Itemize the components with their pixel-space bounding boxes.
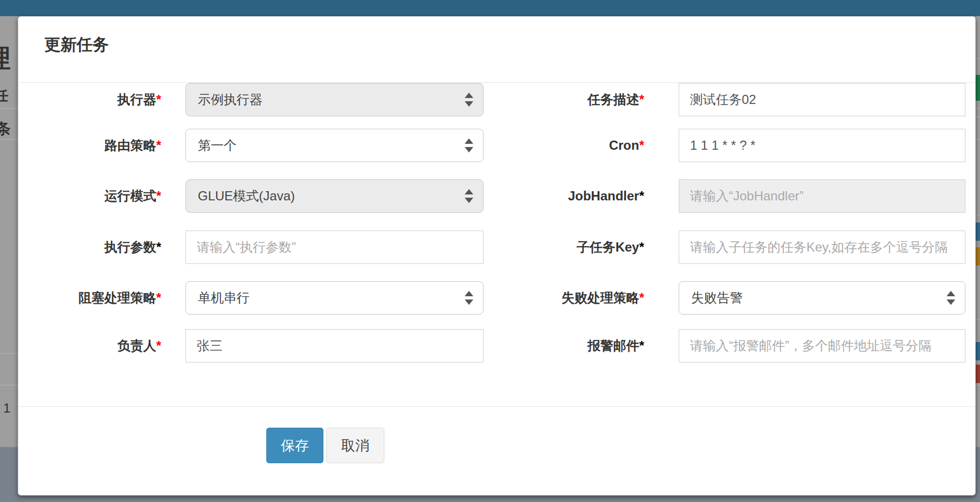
job-desc-input[interactable] xyxy=(679,83,965,116)
select-arrows-icon xyxy=(465,138,473,152)
cron-input[interactable] xyxy=(679,129,965,162)
glue-type-select[interactable]: GLUE模式(Java) xyxy=(185,179,484,213)
route-strategy-select[interactable]: 第一个 xyxy=(185,129,484,162)
block-strategy-select[interactable]: 单机串行 xyxy=(185,281,484,315)
background-text-fragment: 条 xyxy=(0,118,11,139)
fail-strategy-label: 失败处理策略* xyxy=(493,281,644,315)
select-arrows-icon xyxy=(465,291,473,305)
author-input[interactable] xyxy=(185,329,484,362)
author-label: 负责人* xyxy=(18,329,161,362)
cron-label: Cron* xyxy=(493,129,644,162)
job-handler-input[interactable] xyxy=(679,179,965,213)
modal-title: 更新任务 xyxy=(44,34,109,56)
background-text-fragment: 任 xyxy=(0,86,9,105)
select-arrows-icon xyxy=(465,93,473,107)
background-page-number: 1 xyxy=(3,401,10,416)
child-jobkey-input[interactable] xyxy=(679,231,965,264)
select-arrows-icon xyxy=(947,291,955,305)
glue-type-label: 运行模式* xyxy=(18,179,161,213)
executor-param-label: 执行参数* xyxy=(18,231,161,264)
job-desc-label: 任务描述* xyxy=(493,83,644,116)
screen: 理 任 条 1 更新任务 执行器* 示例执行器 任务描述* 路由策略* 第一个 … xyxy=(0,0,980,502)
alarm-email-label: 报警邮件* xyxy=(493,329,644,362)
executor-label: 执行器* xyxy=(18,83,161,116)
child-jobkey-label: 子任务Key* xyxy=(493,231,644,264)
alarm-email-input[interactable] xyxy=(679,329,965,362)
block-strategy-label: 阻塞处理策略* xyxy=(18,281,161,315)
background-navbar xyxy=(0,0,980,16)
fail-strategy-select[interactable]: 失败告警 xyxy=(679,281,965,315)
job-handler-label: JobHandler* xyxy=(493,179,644,213)
executor-param-input[interactable] xyxy=(185,231,484,264)
footer-divider xyxy=(18,406,975,407)
executor-select[interactable]: 示例执行器 xyxy=(185,83,484,116)
route-strategy-label: 路由策略* xyxy=(18,129,161,162)
select-arrows-icon xyxy=(465,189,473,203)
save-button[interactable]: 保存 xyxy=(266,428,323,463)
background-heading-fragment: 理 xyxy=(0,42,11,75)
cancel-button[interactable]: 取消 xyxy=(326,428,384,463)
update-task-modal: 更新任务 执行器* 示例执行器 任务描述* 路由策略* 第一个 Cron* 运行… xyxy=(18,16,976,496)
